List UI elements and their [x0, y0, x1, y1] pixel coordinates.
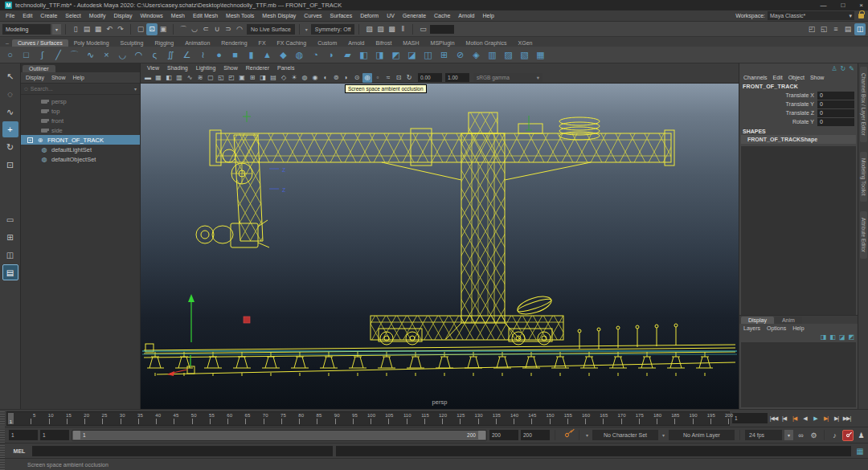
mel-language-toggle[interactable]: MEL	[10, 448, 29, 454]
shelf-tool-icon[interactable]: ◔	[308, 47, 323, 63]
field-entry-icon[interactable]: ▭	[417, 23, 428, 35]
shelf-tool-icon[interactable]: ○	[2, 47, 18, 63]
shelf-tool-icon[interactable]: ⊘	[452, 47, 468, 63]
channel-box-menu-item[interactable]: Channels	[743, 75, 768, 80]
channel-box-menu-item[interactable]: Edit	[773, 75, 783, 80]
attribute-value-field[interactable]: 0	[817, 109, 854, 117]
shelf-tool-icon[interactable]: □	[18, 47, 34, 63]
tool-button[interactable]: ∿	[2, 104, 18, 120]
viewport-toolbar-icon[interactable]: ∿	[185, 73, 194, 83]
character-set-select[interactable]: No Character Set	[592, 430, 658, 440]
sidebar-toggle-icon[interactable]: ◱	[818, 23, 829, 35]
outliner-item[interactable]: defaultLightSet	[21, 145, 140, 154]
timeline-tick[interactable]: 60	[211, 412, 228, 425]
loop-mode-icon[interactable]: ∞	[796, 431, 806, 439]
layer-button-icon[interactable]: ◩	[848, 333, 854, 341]
timeline-tick[interactable]: 115	[407, 412, 425, 425]
shelf-tab[interactable]: Animation	[179, 39, 215, 47]
shelf-tool-icon[interactable]: ◠	[131, 47, 146, 63]
side-tab[interactable]: Channel Box / Layer Editor	[860, 67, 867, 142]
timeline-tick[interactable]: 55	[193, 412, 211, 425]
command-result-field[interactable]	[336, 446, 851, 456]
selection-mode-icon[interactable]: ▣	[158, 23, 169, 35]
shelf-tab[interactable]: Rendering	[215, 39, 252, 47]
sidebar-toggle-icon[interactable]: ▤	[842, 23, 854, 35]
outliner-menu-item[interactable]: Display	[26, 75, 44, 80]
snap-icon[interactable]: ◠	[234, 23, 245, 35]
shelf-tab[interactable]: FX	[253, 39, 272, 47]
viewport-toolbar-icon[interactable]: ▣	[237, 73, 247, 83]
shelf-tab[interactable]: MASH	[397, 39, 424, 47]
layout-button[interactable]: ⊞	[2, 229, 18, 245]
layer-button-icon[interactable]: ◨	[821, 333, 827, 341]
outliner-item[interactable]: defaultObjectSet	[21, 154, 140, 164]
panel-grip[interactable]	[0, 459, 5, 470]
chevron-down-icon[interactable]: ▾	[134, 86, 137, 92]
shelf-tool-icon[interactable]: ●	[211, 47, 227, 63]
tool-button[interactable]: ◌	[2, 86, 18, 102]
timeline-tick[interactable]: 40	[139, 412, 157, 425]
outliner-menu-item[interactable]: Show	[51, 75, 66, 80]
playback-button[interactable]: ▶|	[821, 413, 831, 424]
current-time-marker[interactable]: 1	[8, 413, 14, 424]
shelf-tool-icon[interactable]: ◡	[115, 47, 130, 63]
snap-icon[interactable]: ⊃	[223, 23, 234, 35]
timeline-tick[interactable]: 85	[300, 412, 317, 425]
fps-select[interactable]: 24 fps	[745, 430, 782, 440]
timeline-tick[interactable]: 20	[68, 412, 85, 425]
shelf-collapse-icon[interactable]: –	[3, 39, 11, 47]
shelf-tool-icon[interactable]: ◍	[292, 47, 307, 63]
shelf-tool-icon[interactable]: ∠	[179, 47, 194, 63]
snap-icon[interactable]: ⊂	[200, 23, 211, 35]
shelf-tab[interactable]: Rigging	[149, 39, 179, 47]
viewport-toolbar-icon[interactable]: ▬	[143, 73, 153, 83]
shelf-tool-icon[interactable]: ◫	[420, 47, 436, 63]
outliner-item[interactable]: top	[21, 106, 140, 116]
shelf-tab[interactable]: Curves / Surfaces	[12, 39, 68, 47]
quick-input-field[interactable]	[430, 25, 454, 34]
close-button[interactable]: ×	[859, 2, 863, 9]
shelf-tool-icon[interactable]: ■	[227, 47, 243, 63]
animation-start-field[interactable]	[9, 430, 38, 440]
menu-item[interactable]: Mesh	[167, 13, 189, 18]
viewport-canvas[interactable]: Screen space ambient occlusion	[141, 84, 739, 409]
timeline-tick[interactable]: 185	[657, 412, 675, 425]
viewport-toolbar-icon[interactable]: ◐	[321, 73, 330, 83]
auto-keyframe-toggle[interactable]	[842, 430, 854, 441]
playback-button[interactable]: |◀	[779, 413, 789, 424]
workspace-select[interactable]: Maya Classic* ▾	[768, 11, 854, 20]
timeline-tick[interactable]: 45	[157, 412, 174, 425]
timeline-tick[interactable]: 155	[551, 412, 568, 425]
file-op-icon[interactable]: ▤	[81, 23, 92, 35]
chevron-down-icon[interactable]: ▾	[784, 430, 793, 440]
shelf-tool-icon[interactable]: ◆	[276, 47, 291, 63]
current-frame-field[interactable]	[732, 413, 768, 423]
shelf-tab[interactable]: Motion Graphics	[461, 39, 513, 47]
viewport-toolbar-icon[interactable]: ◎	[362, 73, 372, 83]
menu-item[interactable]: Edit	[18, 13, 36, 18]
file-op-icon[interactable]: ▯	[70, 23, 81, 35]
layer-editor-tab[interactable]: Display	[741, 317, 774, 324]
timeline-ruler[interactable]: 1 51015202530354045505560657075808590951…	[6, 411, 730, 426]
mel-input[interactable]	[32, 446, 333, 456]
menu-item[interactable]: Surfaces	[326, 13, 357, 18]
chevron-down-icon[interactable]: ▾	[661, 432, 666, 438]
shelf-tab[interactable]: Poly Modeling	[68, 39, 115, 47]
symmetry-field[interactable]: Symmetry: Off	[311, 24, 355, 35]
timeline-tick[interactable]: 180	[640, 412, 657, 425]
viewport-menu-item[interactable]: Lighting	[193, 65, 219, 71]
timeline-tick[interactable]: 100	[354, 412, 371, 425]
timeline-tick[interactable]: 120	[425, 412, 443, 425]
viewport-toolbar-icon[interactable]: ▥	[174, 73, 184, 83]
timeline-tick[interactable]: 140	[497, 412, 514, 425]
shelf-tool-icon[interactable]: ∫	[35, 47, 50, 63]
character-controls-icon[interactable]: ♟	[856, 431, 866, 439]
menu-item[interactable]: Display	[109, 13, 136, 18]
viewport-toolbar-icon[interactable]: ↻	[404, 73, 414, 83]
viewport-toolbar-icon[interactable]: ≈	[383, 73, 393, 83]
viewport-menu-item[interactable]: Renderer	[243, 65, 272, 71]
viewport-toolbar-icon[interactable]: ≋	[195, 73, 205, 83]
shelf-tool-icon[interactable]: ▧	[517, 47, 532, 63]
playback-start-field[interactable]	[40, 430, 69, 440]
channel-box-option-icon[interactable]: ✎	[849, 65, 854, 72]
